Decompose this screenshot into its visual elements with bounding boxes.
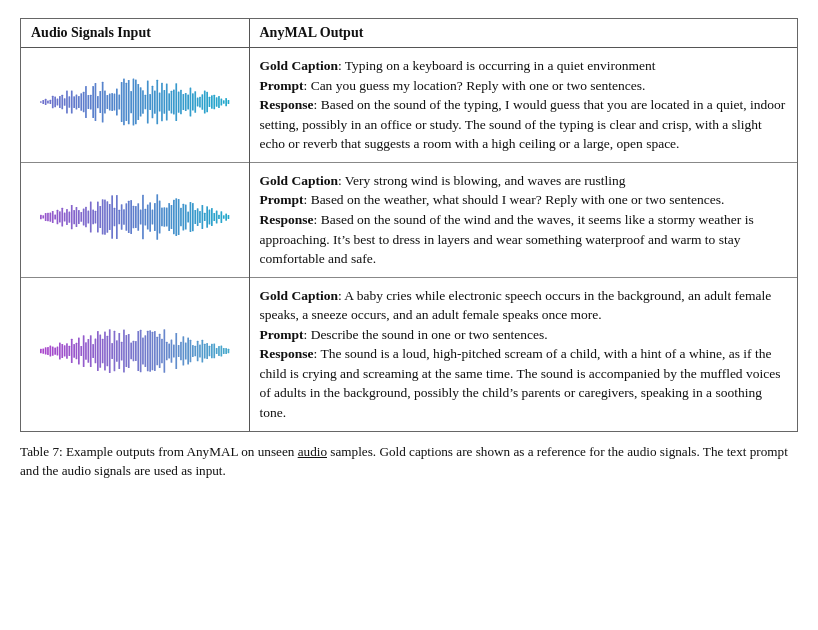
svg-rect-12: [68, 96, 70, 108]
svg-rect-194: [121, 342, 123, 361]
svg-rect-45: [147, 81, 149, 124]
svg-rect-155: [218, 215, 220, 219]
svg-rect-28: [106, 95, 108, 109]
svg-rect-192: [116, 341, 118, 363]
svg-rect-55: [170, 91, 172, 114]
svg-rect-138: [178, 199, 180, 235]
svg-rect-216: [173, 345, 175, 358]
svg-rect-14: [73, 96, 75, 108]
svg-rect-199: [132, 341, 134, 361]
svg-rect-149: [204, 213, 206, 221]
svg-rect-90: [64, 212, 66, 221]
svg-rect-223: [189, 340, 191, 362]
svg-rect-20: [87, 95, 89, 109]
svg-rect-147: [199, 211, 201, 223]
output-cell: Gold Caption: A baby cries while electro…: [249, 277, 797, 430]
svg-rect-108: [106, 201, 108, 233]
svg-rect-172: [68, 346, 70, 356]
svg-rect-119: [132, 206, 134, 229]
svg-rect-120: [135, 206, 137, 228]
svg-rect-89: [61, 208, 63, 227]
svg-rect-21: [90, 95, 92, 110]
svg-rect-23: [94, 83, 96, 121]
svg-rect-53: [166, 84, 168, 121]
svg-rect-193: [118, 333, 120, 369]
svg-rect-142: [187, 211, 189, 222]
svg-rect-160: [40, 349, 42, 354]
gold-caption-label: Gold Caption: [260, 58, 338, 73]
svg-rect-76: [220, 99, 222, 106]
svg-rect-0: [40, 101, 42, 103]
svg-rect-148: [201, 205, 203, 229]
svg-rect-164: [49, 346, 51, 357]
gold-caption: Gold Caption: A baby cries while electro…: [260, 286, 788, 325]
table-wrapper: Audio Signals Input AnyMAL Output Gold C…: [20, 18, 798, 432]
table-row: Gold Caption: A baby cries while electro…: [21, 277, 797, 430]
svg-rect-18: [83, 92, 85, 113]
svg-rect-87: [56, 210, 58, 224]
output-cell: Gold Caption: Very strong wind is blowin…: [249, 162, 797, 277]
response: Response: Based on the sound of the wind…: [260, 210, 788, 269]
svg-rect-191: [113, 331, 115, 372]
svg-rect-208: [154, 331, 156, 371]
svg-rect-123: [142, 195, 144, 240]
table-caption: Table 7: Example outputs from AnyMAL on …: [20, 442, 798, 482]
svg-rect-145: [194, 210, 196, 224]
output-cell: Gold Caption: Typing on a keyboard is oc…: [249, 48, 797, 163]
svg-rect-37: [128, 80, 130, 124]
svg-rect-102: [92, 210, 94, 225]
svg-rect-79: [227, 100, 229, 104]
svg-rect-67: [199, 97, 201, 108]
svg-rect-225: [194, 346, 196, 357]
svg-rect-52: [163, 90, 165, 114]
svg-rect-238: [225, 348, 227, 354]
svg-rect-70: [206, 92, 208, 113]
svg-rect-15: [75, 95, 77, 110]
svg-rect-85: [52, 211, 54, 223]
svg-rect-239: [227, 349, 229, 354]
svg-rect-112: [116, 195, 118, 239]
svg-rect-26: [102, 82, 104, 123]
response-text: : Based on the sound of the typing, I wo…: [260, 97, 786, 151]
prompt: Prompt: Can you guess my location? Reply…: [260, 76, 788, 96]
svg-rect-203: [142, 338, 144, 365]
waveform-cell: [21, 162, 249, 277]
svg-rect-59: [180, 90, 182, 114]
svg-rect-197: [128, 334, 130, 368]
svg-rect-124: [144, 209, 146, 226]
svg-rect-210: [159, 334, 161, 368]
svg-rect-101: [90, 201, 92, 232]
svg-rect-131: [161, 208, 163, 227]
svg-rect-204: [144, 336, 146, 368]
svg-rect-27: [104, 91, 106, 114]
svg-rect-212: [163, 330, 165, 374]
svg-rect-201: [137, 331, 139, 371]
svg-rect-44: [144, 95, 146, 110]
svg-rect-116: [125, 203, 127, 231]
svg-rect-30: [111, 93, 113, 111]
svg-rect-39: [132, 79, 134, 126]
svg-rect-134: [168, 203, 170, 231]
svg-rect-183: [94, 339, 96, 364]
svg-rect-218: [178, 345, 180, 357]
svg-rect-195: [123, 330, 125, 373]
svg-rect-188: [106, 336, 108, 367]
svg-rect-224: [192, 345, 194, 357]
svg-rect-178: [83, 336, 85, 368]
svg-rect-1: [42, 100, 44, 104]
svg-rect-180: [87, 339, 89, 363]
svg-rect-222: [187, 338, 189, 365]
prompt-label: Prompt: [260, 192, 304, 207]
svg-rect-173: [71, 339, 73, 363]
svg-rect-110: [111, 195, 113, 238]
svg-rect-100: [87, 210, 89, 223]
svg-rect-196: [125, 335, 127, 367]
svg-rect-219: [180, 342, 182, 361]
gold-caption: Gold Caption: Typing on a keyboard is oc…: [260, 56, 788, 76]
svg-rect-234: [216, 348, 218, 354]
svg-rect-51: [161, 83, 163, 121]
svg-rect-122: [140, 209, 142, 224]
svg-rect-16: [78, 96, 80, 108]
svg-rect-221: [185, 343, 187, 360]
svg-rect-38: [130, 91, 132, 113]
